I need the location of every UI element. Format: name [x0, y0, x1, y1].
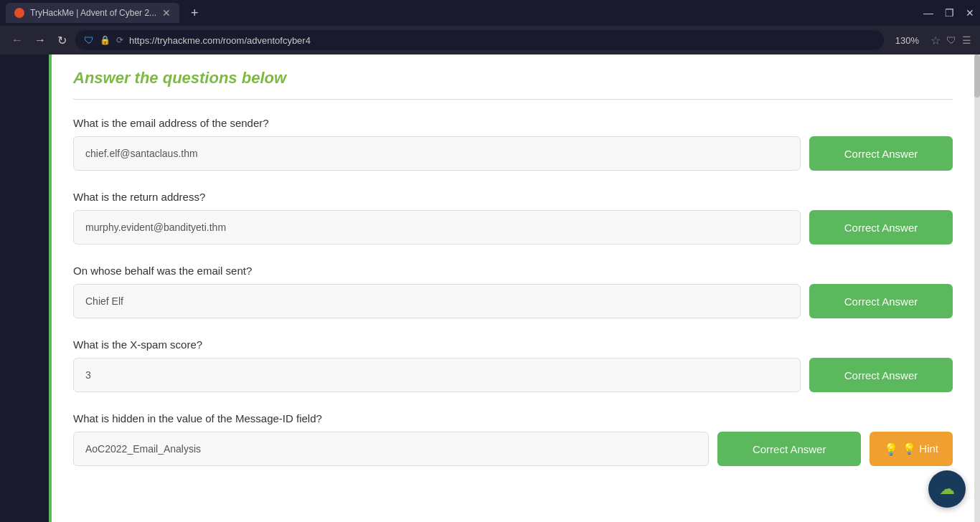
question-row-1: Correct Answer	[73, 136, 953, 171]
browser-titlebar: TryHackMe | Advent of Cyber 2... ✕ + — ❐…	[0, 0, 980, 26]
question-row-5: Correct Answer 💡 💡 Hint	[73, 432, 953, 466]
tab-favicon	[14, 8, 24, 18]
url-domain: tryhackme.com	[157, 35, 220, 46]
answer-input-2[interactable]	[73, 210, 801, 245]
scrollbar-track[interactable]	[974, 54, 980, 522]
content-area: Answer the questions below What is the e…	[0, 54, 980, 522]
question-label-5: What is hidden in the value of the Messa…	[73, 412, 953, 424]
chat-bubble-button[interactable]: ☁	[928, 470, 966, 508]
correct-answer-button-4[interactable]: Correct Answer	[809, 358, 953, 392]
refresh-button[interactable]: ↻	[55, 31, 70, 50]
question-row-2: Correct Answer	[73, 210, 953, 245]
hint-button-5[interactable]: 💡 💡 Hint	[870, 432, 953, 466]
window-maximize-button[interactable]: ❐	[945, 7, 954, 19]
url-path: /room/adventofcyber4	[220, 35, 311, 46]
question-block-1: What is the email address of the sender?…	[73, 117, 953, 171]
question-label-4: What is the X-spam score?	[73, 338, 953, 351]
hint-label: 💡 Hint	[903, 442, 938, 455]
new-tab-button[interactable]: +	[185, 6, 204, 21]
question-row-4: Correct Answer	[73, 358, 953, 392]
correct-answer-button-1[interactable]: Correct Answer	[809, 136, 953, 171]
tab-title: TryHackMe | Advent of Cyber 2...	[30, 8, 156, 18]
correct-answer-button-3[interactable]: Correct Answer	[809, 284, 953, 318]
question-label-2: What is the return address?	[73, 191, 953, 203]
chat-icon: ☁	[939, 480, 955, 498]
section-divider	[73, 99, 953, 100]
url-text: https://tryhackme.com/room/adventofcyber…	[129, 35, 311, 46]
answer-input-5[interactable]	[73, 432, 709, 466]
forward-button[interactable]: →	[32, 31, 49, 49]
menu-icon[interactable]: ☰	[962, 34, 971, 46]
browser-controls: ← → ↻ 🛡 🔒 ⟳ https://tryhackme.com/room/a…	[0, 26, 980, 54]
bookmark-icon[interactable]: ☆	[930, 34, 941, 47]
question-block-2: What is the return address? Correct Answ…	[73, 191, 953, 245]
question-block-3: On whose behalf was the email sent? Corr…	[73, 265, 953, 318]
reload-icon: ⟳	[116, 35, 123, 45]
correct-answer-button-2[interactable]: Correct Answer	[809, 210, 953, 245]
correct-answer-button-5[interactable]: Correct Answer	[717, 432, 861, 466]
window-close-button[interactable]: ✕	[966, 7, 974, 19]
lock-icon: 🔒	[100, 35, 110, 45]
hint-icon: 💡	[884, 442, 898, 456]
shield-icon: 🛡	[84, 34, 94, 46]
question-block-4: What is the X-spam score? Correct Answer	[73, 338, 953, 392]
section-title: Answer the questions below	[73, 69, 953, 87]
sidebar	[0, 54, 52, 522]
tab-close-button[interactable]: ✕	[162, 8, 171, 18]
question-label-3: On whose behalf was the email sent?	[73, 265, 953, 277]
url-prefix: https://	[129, 35, 157, 46]
back-button[interactable]: ←	[9, 31, 26, 49]
scrollbar-thumb[interactable]	[974, 54, 980, 98]
window-controls: — ❐ ✕	[923, 7, 974, 19]
question-block-5: What is hidden in the value of the Messa…	[73, 412, 953, 466]
zoom-indicator[interactable]: 130%	[890, 35, 925, 46]
shield-action-icon[interactable]: 🛡	[946, 34, 956, 46]
answer-input-3[interactable]	[73, 284, 801, 318]
question-label-1: What is the email address of the sender?	[73, 117, 953, 129]
window-minimize-button[interactable]: —	[923, 7, 933, 19]
browser-tab[interactable]: TryHackMe | Advent of Cyber 2... ✕	[6, 3, 179, 23]
answer-input-4[interactable]	[73, 358, 801, 392]
address-bar[interactable]: 🛡 🔒 ⟳ https://tryhackme.com/room/advento…	[75, 30, 884, 50]
main-content: Answer the questions below What is the e…	[52, 54, 974, 522]
answer-input-1[interactable]	[73, 136, 801, 171]
question-row-3: Correct Answer	[73, 284, 953, 318]
